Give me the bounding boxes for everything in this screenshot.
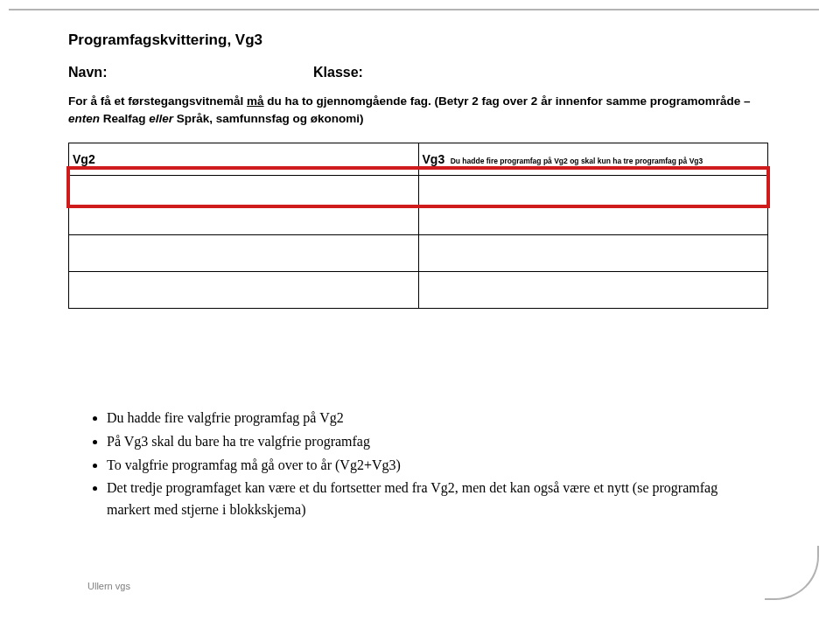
table-row <box>69 235 768 272</box>
instr-realfag: Realfag <box>103 112 146 125</box>
field-row: Navn: Klasse: <box>68 65 768 80</box>
navn-label: Navn: <box>68 65 313 80</box>
table-row <box>69 206 768 235</box>
instr-pre: For å få et førstegangsvitnemål <box>68 94 247 108</box>
bullet-3: To valgfrie programfag må gå over to år … <box>107 455 752 477</box>
frame-top-line <box>9 9 819 10</box>
table-wrapper: Vg2 Vg3 Du hadde fire programfag på Vg2 … <box>68 143 768 309</box>
slide-page: Programfagskvittering, Vg3 Navn: Klasse:… <box>0 0 840 621</box>
vg3-header: Vg3 Du hadde fire programfag på Vg2 og s… <box>418 143 768 176</box>
instr-omrade2: Språk, samfunnsfag og økonomi) <box>177 112 364 125</box>
instr-enten: enten <box>68 112 103 125</box>
instr-underlined: må <box>247 94 264 108</box>
bullet-1: Du hadde fire valgfrie programfag på Vg2 <box>107 408 752 429</box>
table-row <box>69 272 768 309</box>
instr-eller: eller <box>146 112 177 125</box>
vg2-header: Vg2 <box>69 143 419 176</box>
instr-post1: du ha to gjennomgående fag. (Betyr 2 fag… <box>264 94 751 108</box>
vg2-label: Vg2 <box>73 152 95 166</box>
bullet-2: På Vg3 skal du bare ha tre valgfrie prog… <box>107 431 752 453</box>
bullet-list: Du hadde fire valgfrie programfag på Vg2… <box>88 408 752 523</box>
frame-corner <box>765 546 819 600</box>
form-area: Programfagskvittering, Vg3 Navn: Klasse:… <box>68 31 768 309</box>
table-header-row: Vg2 Vg3 Du hadde fire programfag på Vg2 … <box>69 143 768 176</box>
vg3-label: Vg3 <box>423 152 445 166</box>
subjects-table: Vg2 Vg3 Du hadde fire programfag på Vg2 … <box>68 143 768 309</box>
instruction-text: For å få et førstegangsvitnemål må du ha… <box>68 93 768 127</box>
klasse-label: Klasse: <box>313 65 363 80</box>
vg3-note: Du hadde fire programfag på Vg2 og skal … <box>451 157 704 165</box>
footer-text: Ullern vgs <box>88 581 130 591</box>
form-title: Programfagskvittering, Vg3 <box>68 31 768 49</box>
bullet-4: Det tredje programfaget kan være et du f… <box>107 478 752 521</box>
table-row <box>69 176 768 206</box>
